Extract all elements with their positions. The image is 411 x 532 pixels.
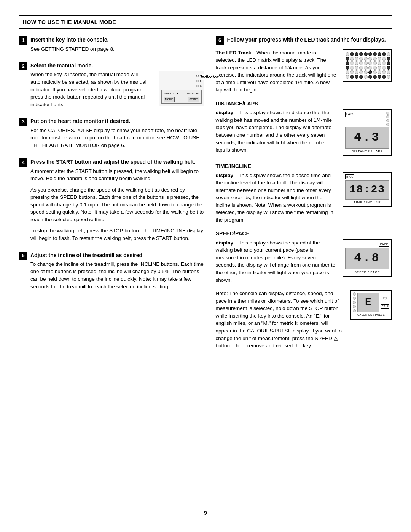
led-dot xyxy=(382,75,386,79)
led-dot xyxy=(355,66,358,70)
led-dot xyxy=(359,57,363,61)
led-dot xyxy=(346,75,349,79)
led-dot xyxy=(382,70,386,74)
step-1-content: Insert the key into the console. See GET… xyxy=(30,36,204,56)
step-4-para2: As you exercise, change the speed of the… xyxy=(30,186,204,224)
led-dot xyxy=(364,52,368,56)
led-dot xyxy=(368,61,372,65)
time-in-label: TIME / IN xyxy=(186,91,199,96)
step-6-block: 6 Follow your progress with the LED trac… xyxy=(216,36,392,45)
mode-button: MODE xyxy=(164,97,175,102)
start-button: START xyxy=(188,97,199,102)
led-dot xyxy=(355,52,358,56)
led-dot xyxy=(368,70,372,74)
step-5-content: Adjust the incline of the treadmill as d… xyxy=(30,251,204,294)
step-2-number: 2 xyxy=(19,62,27,70)
header-title: HOW TO USE THE MANUAL MODE xyxy=(23,19,116,25)
led-dot xyxy=(350,52,354,56)
speed-top: PACE xyxy=(345,242,389,247)
led-dot xyxy=(382,66,386,70)
indicator-dot-3 xyxy=(196,85,199,87)
led-dot xyxy=(387,70,390,74)
led-track-section: The LED Track—When the manual mode is se… xyxy=(216,49,392,94)
step-5-body: To change the incline of the treadmill, … xyxy=(30,260,204,290)
led-dot xyxy=(378,61,381,65)
calories-display: E xyxy=(357,293,379,312)
step-2-body: When the key is inserted, the manual mod… xyxy=(30,71,154,108)
step-5-title: Adjust the incline of the treadmill as d… xyxy=(30,251,204,259)
dlaps-dot-1 xyxy=(386,112,389,115)
pace-label: PACE xyxy=(379,242,389,247)
calories-note-text: Note: The console can display distance, … xyxy=(216,290,345,350)
step-4-block: 4 Press the START button and adjust the … xyxy=(19,158,204,246)
indicator-line-2 xyxy=(180,81,195,81)
distance-laps-panel: LAPS 4.3 DISTANCE / LAPS xyxy=(342,109,392,156)
led-dot xyxy=(387,57,390,61)
speed-dash: — xyxy=(233,240,239,246)
led-dot xyxy=(373,75,377,79)
led-dot xyxy=(368,52,372,56)
page-number: 9 xyxy=(19,509,392,517)
step-2-content: Select the manual mode. When the key is … xyxy=(30,62,204,112)
led-dot xyxy=(378,70,381,74)
led-dot xyxy=(382,52,386,56)
step-5-block: 5 Adjust the incline of the treadmill as… xyxy=(19,251,204,294)
led-dot xyxy=(359,61,363,65)
indicator-row-3: 6 xyxy=(180,84,201,89)
step-1-number: 1 xyxy=(19,36,27,45)
distance-laps-row: display—This display shows the distance … xyxy=(216,109,392,156)
cals-label: CALS xyxy=(381,304,389,309)
step-4-content: Press the START button and adjust the sp… xyxy=(30,158,204,246)
cal-dot-1 xyxy=(353,292,356,296)
distance-laps-title: DISTANCE/LAPS xyxy=(216,100,392,107)
time-top: INCL xyxy=(345,174,389,180)
led-dot xyxy=(387,61,390,65)
led-dot xyxy=(378,75,381,79)
step-2-title: Select the manual mode. xyxy=(30,62,204,69)
page-container: HOW TO USE THE MANUAL MODE 1 Insert the … xyxy=(0,0,411,532)
led-dot xyxy=(373,66,377,70)
two-column-layout: 1 Insert the key into the console. See G… xyxy=(19,36,392,501)
led-dot xyxy=(364,70,368,74)
heart-icon: ♡ xyxy=(383,296,387,302)
distance-laps-text: display—This display shows the distance … xyxy=(216,109,337,153)
led-dot xyxy=(368,75,372,79)
led-dot xyxy=(355,75,358,79)
step-3-block: 3 Put on the heart rate monitor if desir… xyxy=(19,117,204,153)
indicator-line-3 xyxy=(180,86,195,86)
cal-dot-4 xyxy=(353,305,356,308)
speed-pace-display: 4.8 xyxy=(345,248,389,269)
led-track-subtitle: The LED Track xyxy=(216,50,252,56)
led-dot xyxy=(364,61,368,65)
led-dot xyxy=(373,57,377,61)
led-dot xyxy=(350,66,354,70)
led-dot xyxy=(387,66,390,70)
indicator-row-1: 4 xyxy=(180,73,201,78)
left-column: 1 Insert the key into the console. See G… xyxy=(19,36,204,501)
led-dot xyxy=(373,70,377,74)
led-dot xyxy=(346,52,349,56)
dlaps-dot-2 xyxy=(386,115,389,118)
led-dot xyxy=(359,52,363,56)
speed-pace-section: SPEED/PACE display—This display shows th… xyxy=(216,230,392,284)
indicator-dot-1 xyxy=(196,75,199,77)
time-incline-text: display—This display shows the elapsed t… xyxy=(216,172,337,224)
step-4-para3: To stop the walking belt, press the STOP… xyxy=(30,227,204,242)
time-incline-title: TIME/INCLINE xyxy=(216,162,392,170)
dlaps-top: LAPS xyxy=(345,112,389,126)
calories-note-row: Note: The console can display distance, … xyxy=(216,290,392,350)
led-dot xyxy=(355,61,358,65)
led-dot xyxy=(350,57,354,61)
speed-pace-title: SPEED/PACE xyxy=(216,230,392,237)
speed-body: This display shows the speed of the walk… xyxy=(216,240,335,283)
time-incline-panel: INCL 18:23 TIME / INCLINE xyxy=(342,172,392,208)
step-4-number: 4 xyxy=(19,158,27,167)
led-dot xyxy=(382,57,386,61)
distance-dash: — xyxy=(233,110,239,115)
led-dot xyxy=(346,61,349,65)
led-dot xyxy=(350,75,354,79)
calories-pulse-panel: E ♡ CALS CALORIES / PULSE xyxy=(350,290,392,320)
indicator-label: Indicator xyxy=(201,74,218,80)
step-4-para1: A moment after the START button is press… xyxy=(30,168,204,182)
step-2-block: 2 Select the manual mode. When the key i… xyxy=(19,62,204,112)
